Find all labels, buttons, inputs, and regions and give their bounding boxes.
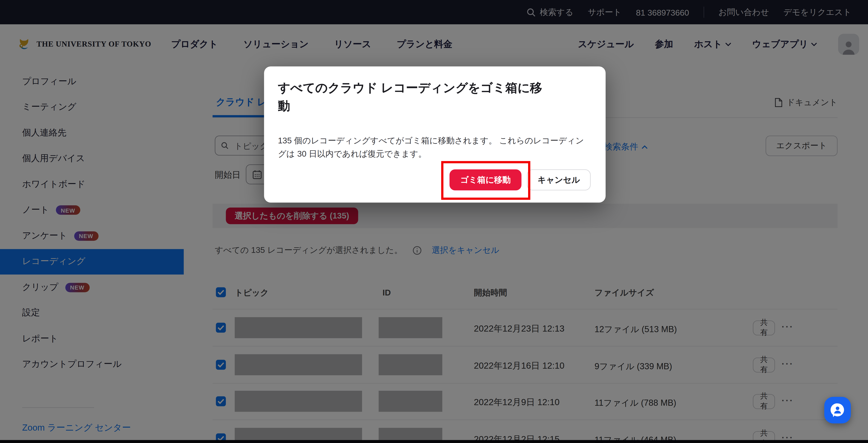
zoom-web-portal: 検索する サポート 81 368973660 お問い合わせ デモをリクエスト T… xyxy=(0,0,868,443)
cancel-button[interactable]: キャンセル xyxy=(527,169,591,191)
dialog-body-text: 135 個のレコーディングすべてがゴミ箱に移動されます。 これらのレコーディング… xyxy=(278,134,588,161)
annotation-highlight-box xyxy=(441,161,530,200)
bottom-edge-strip xyxy=(0,440,868,443)
screenshot-stage: 検索する サポート 81 368973660 お問い合わせ デモをリクエスト T… xyxy=(0,0,868,443)
contact-chat-button[interactable] xyxy=(824,397,851,423)
chat-person-icon xyxy=(829,402,846,418)
move-to-trash-dialog: すべてのクラウド レコーディングをゴミ箱に移動 135 個のレコーディングすべて… xyxy=(264,66,606,202)
dialog-title: すべてのクラウド レコーディングをゴミ箱に移動 xyxy=(278,78,551,115)
